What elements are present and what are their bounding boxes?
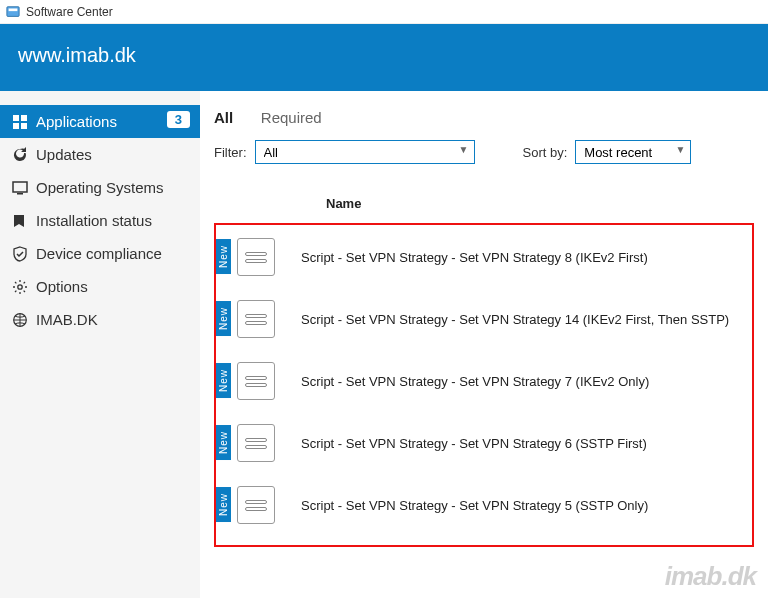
script-icon (237, 238, 275, 276)
tabs: All Required (214, 109, 754, 126)
sidebar-item-label: Updates (36, 146, 92, 163)
list-item[interactable]: New Script - Set VPN Strategy - Set VPN … (216, 293, 752, 345)
site-banner: www.imab.dk (0, 24, 768, 91)
list-item[interactable]: New Script - Set VPN Strategy - Set VPN … (216, 479, 752, 531)
sidebar-item-label: Options (36, 278, 88, 295)
filter-select[interactable]: All (255, 140, 475, 164)
list-item[interactable]: New Script - Set VPN Strategy - Set VPN … (216, 231, 752, 283)
applications-icon (12, 114, 28, 130)
sort-label: Sort by: (523, 145, 568, 160)
column-header-name[interactable]: Name (214, 196, 754, 211)
sidebar-item-label: IMAB.DK (36, 311, 98, 328)
script-icon (237, 486, 275, 524)
main-content: All Required Filter: All Sort by: Most r… (200, 91, 768, 598)
svg-point-8 (18, 284, 22, 288)
sidebar-item-label: Operating Systems (36, 179, 164, 196)
sidebar-item-installation-status[interactable]: Installation status (0, 204, 200, 237)
compliance-icon (12, 246, 28, 262)
sidebar-item-updates[interactable]: Updates (0, 138, 200, 171)
app-name: Script - Set VPN Strategy - Set VPN Stra… (301, 312, 729, 327)
sort-select[interactable]: Most recent (575, 140, 691, 164)
watermark: imab.dk (665, 561, 756, 592)
tab-all[interactable]: All (214, 109, 233, 126)
script-icon (237, 424, 275, 462)
sidebar-item-label: Installation status (36, 212, 152, 229)
updates-icon (12, 147, 28, 163)
svg-rect-0 (7, 6, 19, 16)
filter-bar: Filter: All Sort by: Most recent (214, 140, 754, 164)
applications-badge: 3 (167, 111, 190, 128)
sidebar-item-label: Device compliance (36, 245, 162, 262)
svg-rect-1 (9, 8, 18, 11)
tab-required[interactable]: Required (261, 109, 322, 126)
new-badge: New (216, 301, 231, 336)
sidebar-item-device-compliance[interactable]: Device compliance (0, 237, 200, 270)
app-name: Script - Set VPN Strategy - Set VPN Stra… (301, 436, 647, 451)
site-url: www.imab.dk (18, 44, 136, 66)
sidebar: Applications 3 Updates Operating Systems… (0, 91, 200, 598)
script-icon (237, 362, 275, 400)
os-icon (12, 180, 28, 196)
app-icon (6, 5, 20, 19)
sidebar-item-imabdk[interactable]: IMAB.DK (0, 303, 200, 336)
svg-rect-7 (17, 193, 23, 195)
window-titlebar: Software Center (0, 0, 768, 24)
list-item[interactable]: New Script - Set VPN Strategy - Set VPN … (216, 417, 752, 469)
gear-icon (12, 279, 28, 295)
sidebar-item-label: Applications (36, 113, 117, 130)
new-badge: New (216, 487, 231, 522)
svg-rect-2 (13, 115, 19, 121)
list-item[interactable]: New Script - Set VPN Strategy - Set VPN … (216, 355, 752, 407)
app-name: Script - Set VPN Strategy - Set VPN Stra… (301, 250, 648, 265)
svg-rect-4 (13, 123, 19, 129)
svg-rect-5 (21, 123, 27, 129)
sidebar-item-applications[interactable]: Applications 3 (0, 105, 200, 138)
svg-rect-6 (13, 182, 27, 192)
sidebar-item-options[interactable]: Options (0, 270, 200, 303)
script-icon (237, 300, 275, 338)
app-name: Script - Set VPN Strategy - Set VPN Stra… (301, 498, 648, 513)
status-icon (12, 213, 28, 229)
new-badge: New (216, 239, 231, 274)
window-title: Software Center (26, 5, 113, 19)
new-badge: New (216, 425, 231, 460)
sidebar-item-operating-systems[interactable]: Operating Systems (0, 171, 200, 204)
globe-icon (12, 312, 28, 328)
new-badge: New (216, 363, 231, 398)
filter-label: Filter: (214, 145, 247, 160)
app-list-highlight: New Script - Set VPN Strategy - Set VPN … (214, 223, 754, 547)
svg-rect-3 (21, 115, 27, 121)
app-name: Script - Set VPN Strategy - Set VPN Stra… (301, 374, 649, 389)
